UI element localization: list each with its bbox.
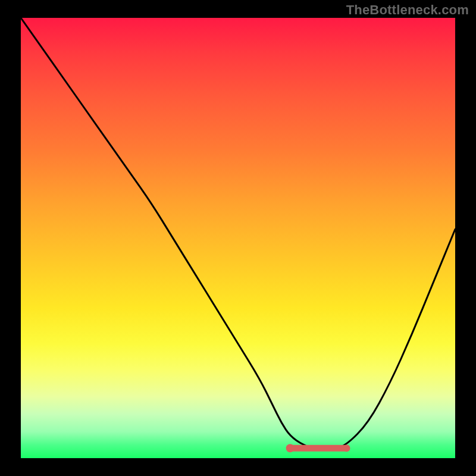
watermark-text: TheBottleneck.com — [346, 2, 469, 18]
bottleneck-curve — [21, 18, 455, 449]
curve-overlay-svg — [21, 18, 455, 458]
